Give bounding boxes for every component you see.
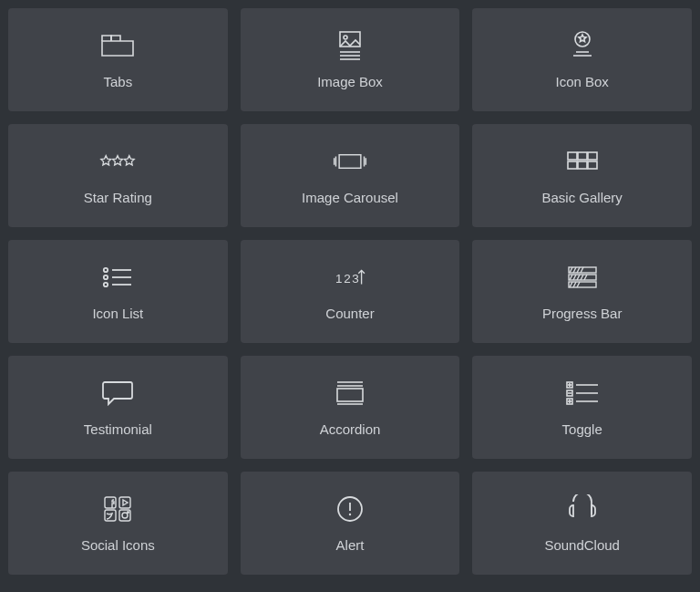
svg-text:123: 123 [335, 272, 360, 286]
widget-label: Alert [336, 537, 365, 553]
widget-image-carousel[interactable]: Image Carousel [241, 124, 460, 227]
widget-image-box[interactable]: Image Box [241, 8, 460, 111]
svg-rect-13 [578, 161, 587, 169]
widget-progress-bar[interactable]: Progress Bar [472, 240, 692, 343]
svg-rect-11 [588, 152, 597, 160]
svg-line-32 [584, 275, 587, 280]
widget-label: Progress Bar [542, 306, 623, 321]
svg-point-60 [349, 514, 351, 515]
widget-grid: Tabs Image Box Icon Box [0, 0, 700, 583]
widget-soundcloud[interactable]: SoundCloud [472, 472, 692, 575]
widget-toggle[interactable]: Toggle [472, 356, 692, 459]
widget-alert[interactable]: Alert [241, 472, 460, 575]
svg-line-30 [577, 275, 580, 280]
widget-label: Accordion [320, 421, 381, 437]
widget-label: SoundCloud [544, 537, 620, 553]
testimonial-icon [98, 378, 137, 409]
widget-basic-gallery[interactable]: Basic Gallery [472, 124, 692, 227]
widget-tabs[interactable]: Tabs [8, 8, 228, 111]
widget-label: Tabs [103, 74, 132, 89]
widget-label: Toggle [562, 421, 602, 437]
icon-list-icon [98, 262, 137, 293]
widget-label: Icon Box [555, 74, 608, 89]
widget-label: Star Rating [84, 190, 152, 205]
widget-label: Testimonial [84, 421, 152, 437]
svg-line-29 [573, 275, 576, 280]
progress-bar-icon [563, 262, 602, 293]
svg-point-57 [128, 512, 129, 514]
svg-line-35 [573, 282, 576, 287]
svg-point-19 [104, 283, 108, 286]
basic-gallery-icon [563, 146, 602, 177]
social-icons-icon [98, 493, 137, 524]
icon-box-icon [563, 30, 602, 61]
widget-label: Image Carousel [302, 190, 398, 205]
svg-point-15 [104, 268, 108, 272]
widget-star-rating[interactable]: Star Rating [8, 124, 228, 227]
widget-testimonial[interactable]: Testimonial [8, 356, 228, 459]
counter-icon: 123 [331, 262, 369, 293]
svg-line-26 [581, 267, 583, 273]
svg-line-31 [581, 275, 583, 280]
svg-rect-14 [588, 161, 597, 169]
svg-line-23 [570, 267, 572, 273]
widget-label: Image Box [317, 74, 383, 89]
svg-line-34 [570, 282, 572, 287]
widget-icon-list[interactable]: Icon List [8, 240, 228, 343]
alert-icon [331, 493, 369, 524]
svg-rect-9 [568, 152, 577, 160]
widget-social-icons[interactable]: Social Icons [8, 472, 228, 575]
svg-point-1 [344, 36, 347, 39]
image-carousel-icon [331, 146, 369, 177]
svg-rect-8 [339, 155, 361, 169]
svg-rect-10 [578, 152, 587, 160]
widget-label: Counter [325, 306, 374, 321]
widget-label: Icon List [92, 306, 143, 321]
soundcloud-icon [563, 493, 602, 524]
widget-accordion[interactable]: Accordion [241, 356, 460, 459]
svg-rect-12 [568, 161, 577, 169]
widget-label: Social Icons [81, 537, 155, 553]
star-rating-icon [98, 146, 137, 177]
svg-line-25 [577, 267, 580, 273]
toggle-icon [563, 378, 602, 409]
svg-line-28 [570, 275, 572, 280]
svg-rect-39 [337, 389, 363, 401]
svg-point-56 [122, 513, 128, 518]
svg-rect-33 [569, 282, 596, 287]
svg-rect-54 [105, 510, 116, 521]
tabs-icon [98, 30, 137, 61]
svg-point-17 [104, 275, 108, 279]
svg-line-36 [577, 282, 580, 287]
widget-label: Basic Gallery [541, 190, 622, 205]
accordion-icon [331, 378, 369, 409]
widget-icon-box[interactable]: Icon Box [472, 8, 692, 111]
image-box-icon [331, 30, 369, 61]
svg-line-24 [573, 267, 576, 273]
widget-counter[interactable]: 123 Counter [241, 240, 460, 343]
